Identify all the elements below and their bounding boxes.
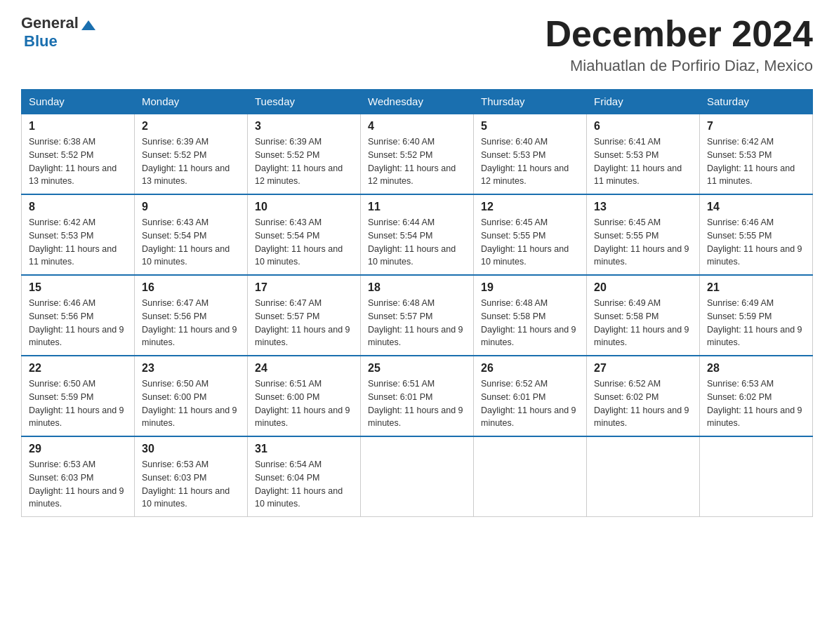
day-info: Sunrise: 6:51 AMSunset: 6:00 PMDaylight:… <box>255 379 350 428</box>
day-number: 28 <box>707 362 805 375</box>
day-number: 25 <box>368 362 466 375</box>
day-number: 7 <box>707 120 805 133</box>
day-info: Sunrise: 6:54 AMSunset: 6:04 PMDaylight:… <box>255 459 343 509</box>
table-row: 2 Sunrise: 6:39 AMSunset: 5:52 PMDayligh… <box>135 114 248 194</box>
day-number: 27 <box>594 362 692 375</box>
day-info: Sunrise: 6:41 AMSunset: 5:53 PMDaylight:… <box>594 137 682 186</box>
day-number: 20 <box>594 281 692 294</box>
table-row: 15 Sunrise: 6:46 AMSunset: 5:56 PMDaylig… <box>22 275 135 356</box>
day-number: 18 <box>368 281 466 294</box>
col-saturday: Saturday <box>700 90 813 114</box>
table-row: 8 Sunrise: 6:42 AMSunset: 5:53 PMDayligh… <box>22 194 135 275</box>
calendar-header-row: Sunday Monday Tuesday Wednesday Thursday… <box>22 90 813 114</box>
day-number: 17 <box>255 281 353 294</box>
table-row: 30 Sunrise: 6:53 AMSunset: 6:03 PMDaylig… <box>135 436 248 517</box>
table-row: 13 Sunrise: 6:45 AMSunset: 5:55 PMDaylig… <box>587 194 700 275</box>
table-row <box>700 436 813 517</box>
table-row: 5 Sunrise: 6:40 AMSunset: 5:53 PMDayligh… <box>474 114 587 194</box>
day-number: 2 <box>142 120 240 133</box>
day-info: Sunrise: 6:48 AMSunset: 5:58 PMDaylight:… <box>481 298 576 347</box>
calendar-week-row: 22 Sunrise: 6:50 AMSunset: 5:59 PMDaylig… <box>22 356 813 436</box>
logo: General Blue <box>21 14 95 51</box>
col-sunday: Sunday <box>22 90 135 114</box>
col-monday: Monday <box>135 90 248 114</box>
calendar-week-row: 29 Sunrise: 6:53 AMSunset: 6:03 PMDaylig… <box>22 436 813 517</box>
day-info: Sunrise: 6:42 AMSunset: 5:53 PMDaylight:… <box>29 217 117 267</box>
table-row: 11 Sunrise: 6:44 AMSunset: 5:54 PMDaylig… <box>361 194 474 275</box>
table-row: 10 Sunrise: 6:43 AMSunset: 5:54 PMDaylig… <box>248 194 361 275</box>
day-info: Sunrise: 6:40 AMSunset: 5:53 PMDaylight:… <box>481 137 569 186</box>
table-row: 3 Sunrise: 6:39 AMSunset: 5:52 PMDayligh… <box>248 114 361 194</box>
day-info: Sunrise: 6:40 AMSunset: 5:52 PMDaylight:… <box>368 137 456 186</box>
table-row: 6 Sunrise: 6:41 AMSunset: 5:53 PMDayligh… <box>587 114 700 194</box>
day-number: 4 <box>368 120 466 133</box>
table-row: 31 Sunrise: 6:54 AMSunset: 6:04 PMDaylig… <box>248 436 361 517</box>
day-number: 23 <box>142 362 240 375</box>
day-info: Sunrise: 6:53 AMSunset: 6:02 PMDaylight:… <box>707 379 802 428</box>
day-info: Sunrise: 6:42 AMSunset: 5:53 PMDaylight:… <box>707 137 795 186</box>
col-wednesday: Wednesday <box>361 90 474 114</box>
table-row: 28 Sunrise: 6:53 AMSunset: 6:02 PMDaylig… <box>700 356 813 436</box>
table-row: 20 Sunrise: 6:49 AMSunset: 5:58 PMDaylig… <box>587 275 700 356</box>
day-info: Sunrise: 6:43 AMSunset: 5:54 PMDaylight:… <box>142 217 230 267</box>
day-info: Sunrise: 6:47 AMSunset: 5:57 PMDaylight:… <box>255 298 350 347</box>
table-row: 23 Sunrise: 6:50 AMSunset: 6:00 PMDaylig… <box>135 356 248 436</box>
day-info: Sunrise: 6:44 AMSunset: 5:54 PMDaylight:… <box>368 217 456 267</box>
table-row: 27 Sunrise: 6:52 AMSunset: 6:02 PMDaylig… <box>587 356 700 436</box>
table-row: 7 Sunrise: 6:42 AMSunset: 5:53 PMDayligh… <box>700 114 813 194</box>
day-info: Sunrise: 6:45 AMSunset: 5:55 PMDaylight:… <box>481 217 569 267</box>
table-row: 22 Sunrise: 6:50 AMSunset: 5:59 PMDaylig… <box>22 356 135 436</box>
page-header: General Blue December 2024 Miahuatlan de… <box>21 14 813 75</box>
title-section: December 2024 Miahuatlan de Porfirio Dia… <box>545 14 813 75</box>
col-thursday: Thursday <box>474 90 587 114</box>
table-row: 21 Sunrise: 6:49 AMSunset: 5:59 PMDaylig… <box>700 275 813 356</box>
day-number: 12 <box>481 201 579 213</box>
table-row: 14 Sunrise: 6:46 AMSunset: 5:55 PMDaylig… <box>700 194 813 275</box>
table-row: 24 Sunrise: 6:51 AMSunset: 6:00 PMDaylig… <box>248 356 361 436</box>
table-row: 17 Sunrise: 6:47 AMSunset: 5:57 PMDaylig… <box>248 275 361 356</box>
day-info: Sunrise: 6:46 AMSunset: 5:55 PMDaylight:… <box>707 217 802 267</box>
day-number: 31 <box>255 443 353 455</box>
day-info: Sunrise: 6:43 AMSunset: 5:54 PMDaylight:… <box>255 217 343 267</box>
day-number: 3 <box>255 120 353 133</box>
day-number: 24 <box>255 362 353 375</box>
table-row: 29 Sunrise: 6:53 AMSunset: 6:03 PMDaylig… <box>22 436 135 517</box>
day-info: Sunrise: 6:53 AMSunset: 6:03 PMDaylight:… <box>142 459 230 509</box>
table-row: 1 Sunrise: 6:38 AMSunset: 5:52 PMDayligh… <box>22 114 135 194</box>
calendar-week-row: 15 Sunrise: 6:46 AMSunset: 5:56 PMDaylig… <box>22 275 813 356</box>
location-title: Miahuatlan de Porfirio Diaz, Mexico <box>545 57 813 75</box>
day-info: Sunrise: 6:38 AMSunset: 5:52 PMDaylight:… <box>29 137 117 186</box>
table-row <box>587 436 700 517</box>
day-number: 13 <box>594 201 692 213</box>
day-number: 11 <box>368 201 466 213</box>
day-number: 9 <box>142 201 240 213</box>
day-info: Sunrise: 6:52 AMSunset: 6:02 PMDaylight:… <box>594 379 689 428</box>
day-info: Sunrise: 6:53 AMSunset: 6:03 PMDaylight:… <box>29 459 124 509</box>
day-info: Sunrise: 6:47 AMSunset: 5:56 PMDaylight:… <box>142 298 237 347</box>
calendar-week-row: 1 Sunrise: 6:38 AMSunset: 5:52 PMDayligh… <box>22 114 813 194</box>
day-number: 14 <box>707 201 805 213</box>
calendar-week-row: 8 Sunrise: 6:42 AMSunset: 5:53 PMDayligh… <box>22 194 813 275</box>
day-info: Sunrise: 6:46 AMSunset: 5:56 PMDaylight:… <box>29 298 124 347</box>
day-number: 16 <box>142 281 240 294</box>
logo-general-text: General <box>21 14 79 32</box>
month-title: December 2024 <box>545 14 813 54</box>
day-info: Sunrise: 6:45 AMSunset: 5:55 PMDaylight:… <box>594 217 689 267</box>
table-row: 9 Sunrise: 6:43 AMSunset: 5:54 PMDayligh… <box>135 194 248 275</box>
table-row: 4 Sunrise: 6:40 AMSunset: 5:52 PMDayligh… <box>361 114 474 194</box>
table-row: 16 Sunrise: 6:47 AMSunset: 5:56 PMDaylig… <box>135 275 248 356</box>
day-info: Sunrise: 6:49 AMSunset: 5:58 PMDaylight:… <box>594 298 689 347</box>
day-info: Sunrise: 6:49 AMSunset: 5:59 PMDaylight:… <box>707 298 802 347</box>
day-number: 10 <box>255 201 353 213</box>
calendar-table: Sunday Monday Tuesday Wednesday Thursday… <box>21 89 813 517</box>
day-number: 15 <box>29 281 127 294</box>
day-number: 5 <box>481 120 579 133</box>
table-row <box>474 436 587 517</box>
day-info: Sunrise: 6:52 AMSunset: 6:01 PMDaylight:… <box>481 379 576 428</box>
day-number: 29 <box>29 443 127 455</box>
day-info: Sunrise: 6:48 AMSunset: 5:57 PMDaylight:… <box>368 298 463 347</box>
table-row: 25 Sunrise: 6:51 AMSunset: 6:01 PMDaylig… <box>361 356 474 436</box>
col-tuesday: Tuesday <box>248 90 361 114</box>
day-number: 26 <box>481 362 579 375</box>
day-info: Sunrise: 6:50 AMSunset: 5:59 PMDaylight:… <box>29 379 124 428</box>
